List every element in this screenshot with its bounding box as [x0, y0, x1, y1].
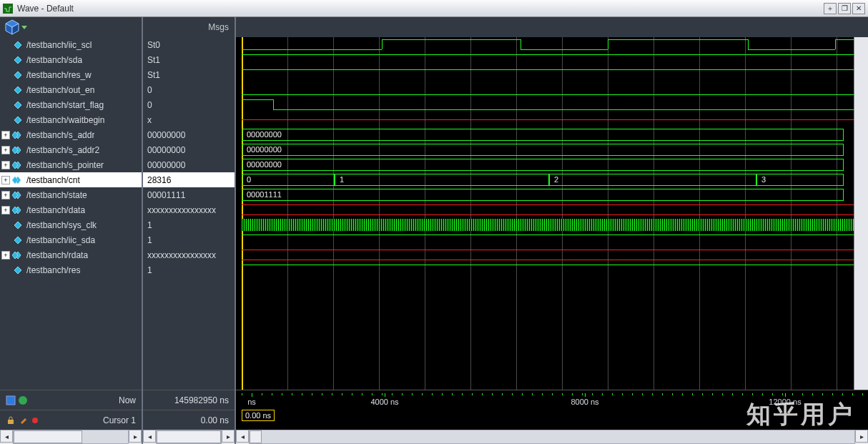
signal-name: /testbanch/start_flag	[26, 100, 104, 110]
expand-button[interactable]: +	[1, 191, 10, 199]
cube-icon[interactable]	[4, 19, 20, 35]
signal-value: St1	[143, 67, 235, 82]
signal-value: 00001111	[143, 187, 235, 202]
expand-button	[1, 221, 10, 230]
scroll-left-button[interactable]: ◂	[143, 430, 156, 443]
expand-button	[1, 236, 10, 245]
expand-button[interactable]: +	[1, 206, 10, 214]
lock-icon[interactable]	[6, 415, 16, 425]
signal-value: St0	[143, 37, 235, 52]
signal-row[interactable]: /testbanch/waitbegin	[0, 112, 142, 127]
waveform-row[interactable]	[236, 247, 854, 262]
window-restore-button[interactable]: ❐	[838, 3, 851, 14]
signal-value: 00000000	[143, 142, 235, 157]
signal-row[interactable]: +/testbanch/rdata	[0, 247, 142, 262]
waveform-row[interactable]	[236, 112, 854, 127]
signal-value: x	[143, 112, 235, 127]
signal-name: /testbanch/out_en	[26, 85, 94, 95]
expand-button	[1, 56, 10, 64]
signal-diamond-icon	[12, 131, 24, 139]
waveform-row[interactable]	[236, 232, 854, 247]
wave-hscroll[interactable]: ◂ ▸	[236, 430, 868, 444]
signal-row[interactable]: +/testbanch/data	[0, 202, 142, 217]
window-extra-button[interactable]: ＋	[824, 3, 837, 14]
cursor-position-box: 0.00 ns	[242, 410, 275, 421]
bus-label: 2	[554, 175, 558, 184]
expand-button[interactable]: +	[1, 161, 10, 169]
bus-label: 00000000	[247, 130, 282, 139]
signal-diamond-icon	[12, 236, 24, 245]
signal-diamond-icon	[12, 191, 24, 199]
window-title: Wave - Default	[17, 4, 824, 14]
signal-row[interactable]: /testbanch/out_en	[0, 82, 142, 97]
signal-diamond-icon	[12, 71, 24, 79]
signal-row[interactable]: +/testbanch/s_addr	[0, 127, 142, 142]
waveform-row[interactable]: 00000000	[236, 157, 854, 172]
signal-name: /testbanch/iic_sda	[26, 235, 95, 245]
expand-button[interactable]: +	[1, 251, 10, 260]
signal-row[interactable]: /testbanch/iic_sda	[0, 232, 142, 247]
signal-name: /testbanch/cnt	[26, 175, 80, 185]
waveform-row[interactable]	[236, 97, 854, 112]
dropdown-icon[interactable]	[21, 26, 27, 29]
window-close-button[interactable]: ✕	[852, 3, 865, 14]
signal-name: /testbanch/data	[26, 205, 85, 215]
svg-marker-5	[14, 56, 21, 64]
signal-row[interactable]: /testbanch/res	[0, 262, 142, 277]
scroll-right-button[interactable]: ▸	[855, 430, 868, 443]
signal-row[interactable]: /testbanch/res_w	[0, 67, 142, 82]
signal-row[interactable]: /testbanch/iic_scl	[0, 37, 142, 52]
waveform-row[interactable]: 00000000	[236, 142, 854, 157]
signal-row[interactable]: /testbanch/start_flag	[0, 97, 142, 112]
signal-diamond-icon	[12, 176, 24, 184]
expand-button	[1, 71, 10, 79]
signal-name: /testbanch/sys_clk	[26, 220, 97, 230]
signal-diamond-icon	[12, 266, 24, 275]
signal-name: /testbanch/sda	[26, 55, 82, 65]
signal-row[interactable]: /testbanch/sys_clk	[0, 217, 142, 232]
signal-diamond-icon	[12, 101, 24, 109]
svg-marker-22	[14, 222, 21, 229]
signal-diamond-icon	[12, 161, 24, 169]
time-ruler-area[interactable]: ns4000 ns8000 ns12000 ns16000 ns 0.00 ns	[236, 390, 868, 430]
waveform-row[interactable]	[236, 67, 854, 82]
waveform-area[interactable]: 000000000000000000000000012300001111	[236, 37, 854, 390]
expand-button[interactable]: +	[1, 131, 10, 139]
bus-label: 3	[761, 175, 766, 184]
waveform-row[interactable]	[236, 202, 854, 217]
scroll-left-button[interactable]: ◂	[236, 430, 249, 443]
waveform-row[interactable]	[236, 262, 854, 277]
waveform-row[interactable]	[236, 217, 854, 232]
scroll-right-button[interactable]: ▸	[222, 430, 235, 443]
signal-row[interactable]: /testbanch/sda	[0, 52, 142, 67]
vertical-scrollbar[interactable]	[854, 37, 868, 390]
signal-value: xxxxxxxxxxxxxxxx	[143, 202, 235, 217]
dot-icon[interactable]	[30, 415, 40, 425]
waveform-row[interactable]: 00000000	[236, 127, 854, 142]
signal-name: /testbanch/res	[26, 265, 80, 275]
signal-row[interactable]: +/testbanch/state	[0, 187, 142, 202]
play-icon[interactable]	[18, 395, 28, 405]
disk-icon[interactable]	[6, 395, 16, 405]
waveform-row[interactable]	[236, 37, 854, 52]
waveform-row[interactable]: 0123	[236, 172, 854, 187]
expand-button	[1, 116, 10, 124]
waveform-header	[236, 17, 868, 37]
signal-name: /testbanch/s_addr2	[26, 145, 99, 155]
expand-button[interactable]: +	[1, 176, 10, 184]
waveform-row[interactable]	[236, 82, 854, 97]
scroll-right-button[interactable]: ▸	[129, 430, 142, 443]
expand-button[interactable]: +	[1, 146, 10, 154]
signal-row[interactable]: +/testbanch/cnt	[0, 172, 142, 187]
waveform-row[interactable]: 00001111	[236, 187, 854, 202]
waveform-row[interactable]	[236, 52, 854, 67]
names-hscroll[interactable]: ◂ ▸	[0, 430, 143, 444]
values-hscroll[interactable]: ◂ ▸	[143, 430, 236, 444]
wrench-icon[interactable]	[18, 415, 28, 425]
signal-row[interactable]: +/testbanch/s_pointer	[0, 157, 142, 172]
ruler-label: 4000 ns	[370, 398, 398, 406]
now-value: 145982950 ns	[174, 395, 229, 405]
scroll-left-button[interactable]: ◂	[0, 430, 13, 443]
app-icon	[3, 4, 13, 14]
signal-row[interactable]: +/testbanch/s_addr2	[0, 142, 142, 157]
